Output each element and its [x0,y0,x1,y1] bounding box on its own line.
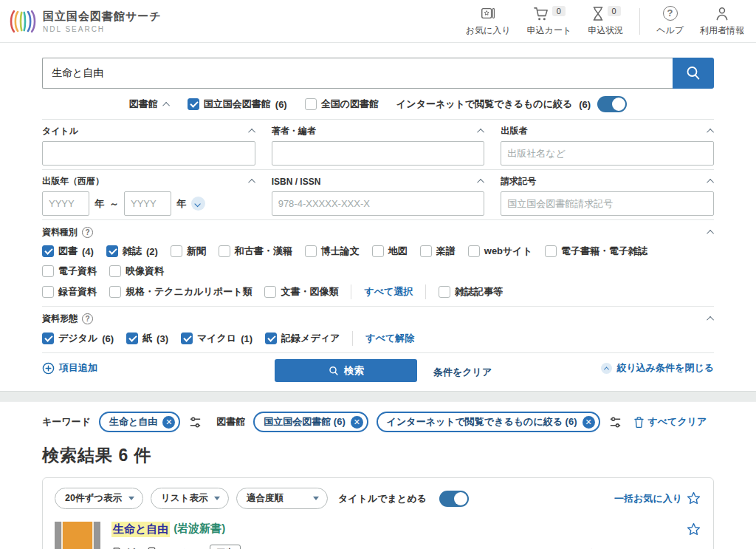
checkbox-unchecked-icon [420,245,432,257]
material-form-label: 資料形態 [42,313,78,325]
year-tilde-label: ～ [109,197,119,211]
title-field[interactable] [42,141,255,166]
library-group-toggle[interactable]: 図書館 [129,98,170,111]
type-magazines-checkbox[interactable]: 雑誌(2) [106,245,158,258]
close-filters-link[interactable]: 絞り込み条件を閉じる [601,361,714,375]
publisher-field[interactable] [501,141,714,166]
type-ebooks-checkbox[interactable]: 電子書籍・電子雑誌 [545,245,647,258]
order-status-button[interactable]: 0 申込状況 [588,6,623,37]
chevron-up-icon[interactable] [477,129,484,136]
checkbox-checked-icon [42,245,54,257]
material-type-row-1: 図書(4) 雑誌(2) 新聞 和古書・漢籍 博士論文 地図 楽譜 webサイト … [42,240,714,284]
cart-button[interactable]: 0 申込カート [527,6,572,37]
form-digital-checkbox[interactable]: デジタル(6) [42,332,114,345]
form-micro-checkbox[interactable]: マイクロ(1) [181,332,252,345]
per-page-dropdown[interactable]: 20件ずつ表示 [55,488,143,509]
internet-filter-chip[interactable]: インターネットで閲覧できるものに絞る (6) ✕ [377,412,600,432]
type-websites-checkbox[interactable]: webサイト [468,245,532,258]
chevron-up-icon[interactable] [248,179,255,186]
type-newspapers-checkbox[interactable]: 新聞 [171,245,206,258]
tune-filters-icon[interactable] [608,415,622,429]
material-form-help-icon[interactable]: ? [82,313,93,324]
chevron-up-icon[interactable] [477,179,484,186]
checkbox-unchecked-icon [439,286,450,298]
search-input[interactable] [42,58,673,89]
type-magazine-articles-checkbox[interactable]: 雑誌記事等 [439,285,503,299]
select-all-link[interactable]: すべて選択 [364,285,413,299]
isbn-field[interactable] [272,191,485,216]
material-type-help-icon[interactable]: ? [82,227,93,238]
user-info-button[interactable]: 利用者情報 [700,6,744,37]
type-digital-materials-checkbox[interactable]: 電子資料 [42,265,97,278]
type-maps-checkbox[interactable]: 地図 [372,245,408,258]
chip-close-icon[interactable]: ✕ [162,416,175,429]
type-audio-recordings-checkbox[interactable]: 録音資料 [42,285,97,299]
group-by-title-toggle[interactable] [439,491,469,507]
chip-close-icon[interactable]: ✕ [583,416,595,429]
checkbox-unchecked-icon [42,286,54,298]
results-count-heading: 検索結果 6 件 [42,444,714,467]
group-by-title-label: タイトルでまとめる [338,492,427,505]
view-mode-dropdown[interactable]: リスト表示 [151,488,229,509]
material-type-section: 資料種別 ? 図書(4) 雑誌(2) 新聞 和古書・漢籍 博士論文 地図 楽譜 … [42,220,714,307]
search-button[interactable]: 検索 [275,359,417,382]
ndl-library-checkbox[interactable]: 国立国会図書館 (6) [188,98,287,111]
chevron-up-icon[interactable] [707,129,714,136]
clear-all-filters-link[interactable]: すべてクリア [633,415,707,429]
pub-year-to-field[interactable] [124,191,171,216]
library-chip[interactable]: 国立国会図書館 (6) ✕ [253,412,368,432]
add-item-link[interactable]: 項目追加 [42,361,97,375]
form-paper-checkbox[interactable]: 紙(3) [126,332,168,345]
keyword-chip[interactable]: 生命と自由 ✕ [99,412,180,432]
favorites-button[interactable]: お気に入り [466,6,511,37]
result-item: 生命と自由 (岩波新書) 紙 [55,522,701,549]
hourglass-icon [591,6,605,21]
results-toolbar: 20件ずつ表示 リスト表示 適合度順 タイトルでまとめる 一括お気に入り [55,488,701,509]
chip-close-icon[interactable]: ✕ [351,416,363,429]
bulk-favorite-link[interactable]: 一括お気に入り [614,491,701,506]
type-standards-reports-checkbox[interactable]: 規格・テクニカルリポート類 [109,285,252,299]
sort-order-dropdown[interactable]: 適合度順 [236,488,328,509]
result-title-link[interactable]: 生命と自由 [111,522,170,537]
search-bar [42,58,714,89]
checkbox-unchecked-icon [372,245,384,257]
chevron-up-icon[interactable] [707,230,714,237]
nationwide-library-checkbox[interactable]: 全国の図書館 [305,98,379,111]
cart-label: 申込カート [527,24,572,37]
checkbox-unchecked-icon [468,245,480,257]
clear-conditions-link[interactable]: 条件をクリア [433,366,492,379]
call-number-field[interactable] [501,191,714,216]
book-cover-thumbnail[interactable] [55,522,100,549]
app-header: 国立国会図書館サーチ NDL SEARCH お気に入り 0 [0,0,756,43]
call-number-field-group: 請求記号 [501,175,714,216]
checkbox-unchecked-icon [264,286,276,298]
type-video-materials-checkbox[interactable]: 映像資料 [109,265,164,278]
chevron-down-icon [194,200,200,206]
type-documents-images-checkbox[interactable]: 文書・図像類 [264,285,338,299]
chevron-up-icon[interactable] [707,179,714,186]
favorites-label: お気に入り [466,24,511,37]
tune-filters-icon[interactable] [188,415,202,429]
chevron-up-icon[interactable] [707,316,714,324]
app-subtitle: NDL SEARCH [43,25,162,33]
chevron-up-icon[interactable] [248,129,255,136]
form-recording-media-checkbox[interactable]: 記録メディア [265,332,340,345]
search-submit-button[interactable] [673,58,714,89]
ndl-logo[interactable]: 国立国会図書館サーチ NDL SEARCH [9,7,162,36]
user-icon [715,6,729,21]
publisher-field-group: 出版者 [501,125,714,166]
type-doctoral-theses-checkbox[interactable]: 博士論文 [305,245,360,258]
year-options-expand-button[interactable] [191,197,205,211]
author-field[interactable] [272,141,485,166]
pub-year-from-field[interactable] [42,191,89,216]
caret-down-icon [128,497,134,500]
type-old-books-checkbox[interactable]: 和古書・漢籍 [219,245,292,258]
separator [351,284,351,299]
type-scores-checkbox[interactable]: 楽譜 [420,245,456,258]
help-button[interactable]: ? ヘルプ [656,6,684,37]
type-books-checkbox[interactable]: 図書(4) [42,245,94,258]
call-number-field-label: 請求記号 [501,175,536,188]
favorite-star-button[interactable] [686,522,701,537]
internet-filter-toggle[interactable] [597,96,627,112]
deselect-all-link[interactable]: すべて解除 [365,332,414,345]
